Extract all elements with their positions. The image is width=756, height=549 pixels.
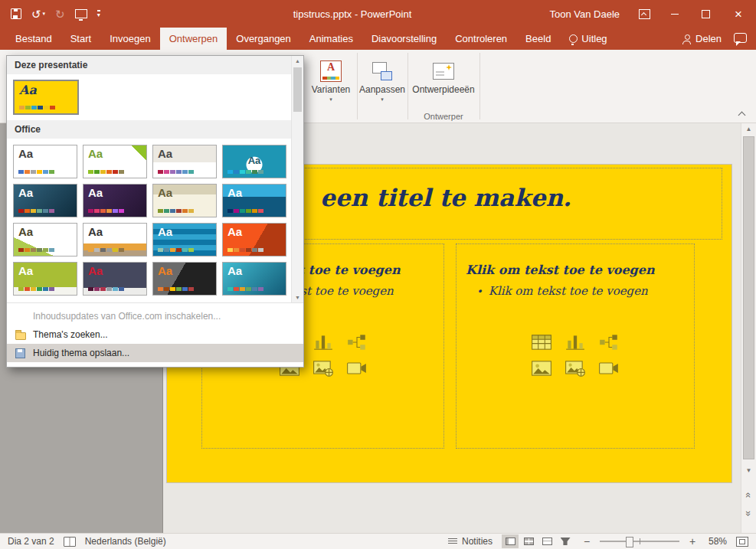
tab-overgangen[interactable]: Overgangen xyxy=(227,28,300,50)
theme-thumbnail[interactable]: Aa xyxy=(152,223,217,257)
scroll-up-icon[interactable]: ▲ xyxy=(741,126,756,132)
previous-slide-button[interactable]: « xyxy=(741,488,756,502)
chart-icon[interactable] xyxy=(565,333,586,351)
theme-thumbnail[interactable]: Aa xyxy=(222,145,286,178)
double-chevron-up-icon: « xyxy=(744,492,754,498)
tab-ontwerpen[interactable]: Ontwerpen xyxy=(160,28,227,50)
minimize-button[interactable] xyxy=(659,0,690,28)
zoom-percent[interactable]: 58% xyxy=(705,536,727,547)
content-placeholder-right[interactable]: Klik om tekst toe te voegen • Klik om te… xyxy=(456,243,695,449)
menu-item-save-current-theme[interactable]: Huidig thema opslaan... xyxy=(7,344,303,362)
comments-button[interactable] xyxy=(734,32,747,46)
theme-thumbnail[interactable]: Aa xyxy=(13,262,77,296)
section-header-office: Office xyxy=(7,120,292,139)
ribbon-display-options-button[interactable] xyxy=(629,0,659,28)
next-slide-button[interactable]: » xyxy=(741,506,756,520)
variants-button[interactable]: A Varianten ▾ xyxy=(309,54,352,119)
zoom-in-button[interactable]: + xyxy=(689,536,696,547)
theme-thumbnail[interactable]: Aa xyxy=(83,145,147,178)
smartart-icon[interactable] xyxy=(346,333,368,351)
slideshow-button[interactable] xyxy=(557,534,574,548)
tab-bestand[interactable]: Bestand xyxy=(6,28,61,50)
spell-check-icon[interactable] xyxy=(64,537,76,547)
customize-button[interactable]: Aanpassen ▾ xyxy=(360,54,404,119)
tab-controleren[interactable]: Controleren xyxy=(446,28,516,50)
theme-aa-preview: Aa xyxy=(227,225,242,239)
reading-view-button[interactable] xyxy=(538,534,555,548)
redo-button[interactable]: ↻ xyxy=(52,7,68,21)
theme-thumbnail[interactable]: Aa xyxy=(222,184,286,217)
vertical-scrollbar[interactable]: ▲ ▼ « » xyxy=(741,123,756,534)
zoom-out-button[interactable]: − xyxy=(583,536,591,547)
theme-thumbnail[interactable]: Aa xyxy=(13,145,77,178)
zoom-slider[interactable] xyxy=(600,536,679,547)
theme-aa-preview: Aa xyxy=(88,225,103,239)
theme-thumbnail[interactable]: Aa xyxy=(222,262,286,296)
variants-icon: A xyxy=(320,60,342,82)
theme-thumbnail[interactable]: Aa xyxy=(83,262,147,296)
language-indicator[interactable]: Nederlands (België) xyxy=(85,536,166,547)
customize-qat-button[interactable]: ▾ xyxy=(94,8,103,20)
theme-thumbnail[interactable]: Aa xyxy=(83,223,147,257)
start-slideshow-button[interactable] xyxy=(72,8,90,20)
smartart-icon[interactable] xyxy=(598,333,620,351)
theme-thumbnail[interactable]: Aa xyxy=(152,184,217,217)
theme-aa-preview: Aa xyxy=(18,264,33,278)
quick-access-toolbar: ↺▾ ↻ ▾ xyxy=(0,7,103,21)
tab-label: Diavoorstelling xyxy=(371,33,437,44)
account-name[interactable]: Toon Van Daele xyxy=(549,8,620,20)
theme-thumbnail[interactable]: Aa xyxy=(152,145,217,178)
video-icon[interactable] xyxy=(598,359,620,377)
theme-thumbnail[interactable]: Aa xyxy=(222,223,286,257)
normal-view-icon xyxy=(506,538,515,545)
tab-diavoorstelling[interactable]: Diavoorstelling xyxy=(362,28,446,50)
theme-thumbnail[interactable]: Aa xyxy=(13,184,77,217)
menu-item-content-updates[interactable]: Inhoudsupdates van Office.com inschakele… xyxy=(7,307,303,325)
scroll-down-icon[interactable]: ▼ xyxy=(741,467,756,474)
save-icon xyxy=(11,8,21,19)
panel-scrollbar-thumb[interactable] xyxy=(293,67,302,112)
comment-bubble-icon xyxy=(734,33,747,43)
tab-label: Controleren xyxy=(455,33,507,44)
chart-icon[interactable] xyxy=(313,333,334,351)
video-icon[interactable] xyxy=(346,359,368,377)
theme-thumbnail[interactable]: Aa xyxy=(152,262,217,296)
scroll-up-icon[interactable]: ▲ xyxy=(292,58,303,64)
tab-start[interactable]: Start xyxy=(61,28,100,50)
online-picture-icon[interactable] xyxy=(565,359,586,377)
theme-aa-preview: Aa xyxy=(88,264,103,278)
theme-thumbnail[interactable]: Aa xyxy=(13,223,77,257)
maximize-button[interactable] xyxy=(690,0,721,28)
slide-sorter-button[interactable] xyxy=(520,534,537,548)
collapse-ribbon-button[interactable] xyxy=(735,107,748,119)
theme-aa-preview: Aa xyxy=(158,264,172,278)
chevron-up-icon xyxy=(738,111,745,119)
fit-slide-button[interactable] xyxy=(736,537,748,547)
menu-item-browse-themes[interactable]: Thema's zoeken... xyxy=(7,325,303,344)
close-button[interactable]: × xyxy=(721,0,756,28)
theme-thumbnail[interactable]: Aa xyxy=(83,184,147,217)
tab-invoegen[interactable]: Invoegen xyxy=(100,28,160,50)
notes-button[interactable]: Notities xyxy=(448,536,493,547)
panel-scrollbar[interactable]: ▲ ▼ xyxy=(291,56,303,302)
tab-animaties[interactable]: Animaties xyxy=(300,28,362,50)
theme-aa-preview: Aa xyxy=(19,83,37,97)
slide-indicator[interactable]: Dia 2 van 2 xyxy=(8,536,54,547)
save-button[interactable] xyxy=(8,7,25,21)
design-ideas-button[interactable]: Ontwerpideeën xyxy=(411,54,476,119)
picture-icon[interactable] xyxy=(531,359,552,377)
tab-uitleg[interactable]: Uitleg xyxy=(560,28,616,50)
share-button[interactable]: Delen xyxy=(682,33,722,44)
tab-beeld[interactable]: Beeld xyxy=(516,28,560,50)
undo-button[interactable]: ↺▾ xyxy=(28,7,48,21)
zoom-slider-thumb[interactable] xyxy=(626,537,633,547)
table-icon[interactable] xyxy=(531,333,552,351)
theme-thumbnail[interactable]: Aa xyxy=(13,80,79,115)
scroll-down-icon[interactable]: ▼ xyxy=(292,295,303,300)
scrollbar-thumb[interactable] xyxy=(743,136,754,459)
online-picture-icon[interactable] xyxy=(313,359,334,377)
bullet-text: Klik om tekst toe te voegen xyxy=(489,284,648,298)
design-ideas-icon xyxy=(433,63,454,80)
share-label: Delen xyxy=(695,33,722,44)
normal-view-button[interactable] xyxy=(502,534,519,548)
